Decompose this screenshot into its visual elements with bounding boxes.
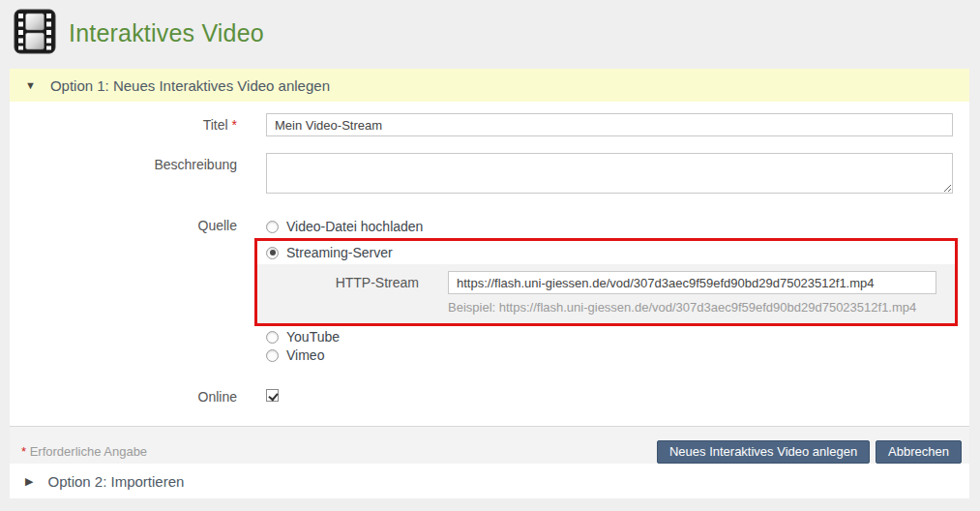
http-stream-input[interactable] bbox=[448, 271, 936, 294]
http-stream-label: HTTP-Stream bbox=[257, 275, 419, 290]
submit-button[interactable]: Neues Interaktives Video anlegen bbox=[657, 440, 870, 464]
required-note: * Erforderliche Angabe bbox=[21, 444, 147, 459]
option1-form-body: Titel * Beschreibung Quelle bbox=[10, 102, 969, 477]
radio-icon[interactable] bbox=[266, 349, 279, 362]
titel-input[interactable] bbox=[266, 113, 953, 136]
required-asterisk: * bbox=[21, 444, 26, 459]
cancel-button[interactable]: Abbrechen bbox=[876, 440, 962, 464]
beschreibung-label: Beschreibung bbox=[10, 153, 237, 172]
option1-accordion-header[interactable]: ▼ Option 1: Neues Interaktives Video anl… bbox=[10, 69, 969, 102]
http-stream-hint: Beispiel: https://flash.uni-giessen.de/v… bbox=[448, 300, 955, 315]
titel-row: Titel * bbox=[10, 113, 969, 136]
radio-option-video-datei[interactable]: Video-Datei hochladen bbox=[266, 219, 953, 234]
page-title: Interaktives Video bbox=[69, 19, 264, 47]
highlight-red-box: Streaming-Server HTTP-Stream Beispiel: h… bbox=[254, 238, 958, 326]
option2-accordion-header[interactable]: ▶ Option 2: Importieren bbox=[10, 464, 969, 498]
radio-option-streaming-server[interactable]: Streaming-Server bbox=[257, 245, 955, 260]
online-row: Online bbox=[10, 388, 969, 406]
radio-icon[interactable] bbox=[266, 331, 279, 344]
radio-option-vimeo[interactable]: Vimeo bbox=[266, 347, 953, 363]
triangle-down-icon: ▼ bbox=[25, 80, 36, 91]
film-icon bbox=[14, 9, 56, 58]
beschreibung-row: Beschreibung bbox=[10, 153, 969, 197]
triangle-right-icon: ▶ bbox=[25, 476, 33, 487]
option1-accordion-title: Option 1: Neues Interaktives Video anleg… bbox=[50, 77, 330, 94]
required-asterisk: * bbox=[232, 117, 237, 133]
page-header: Interaktives Video bbox=[0, 0, 980, 58]
option1-panel: ▼ Option 1: Neues Interaktives Video anl… bbox=[10, 69, 969, 477]
radio-option-youtube[interactable]: YouTube bbox=[266, 329, 953, 345]
quelle-row: Quelle Video-Datei hochladen Streaming-S… bbox=[10, 216, 969, 366]
http-stream-subsection: HTTP-Stream Beispiel: https://flash.uni-… bbox=[257, 264, 955, 323]
online-label: Online bbox=[10, 389, 237, 405]
quelle-label: Quelle bbox=[10, 216, 237, 233]
option2-accordion-title: Option 2: Importieren bbox=[47, 473, 184, 490]
beschreibung-textarea[interactable] bbox=[266, 153, 953, 194]
radio-icon[interactable] bbox=[266, 221, 279, 233]
radio-selected-icon[interactable] bbox=[266, 247, 279, 259]
online-checkbox-checked[interactable] bbox=[266, 389, 279, 402]
titel-label: Titel * bbox=[10, 113, 237, 133]
